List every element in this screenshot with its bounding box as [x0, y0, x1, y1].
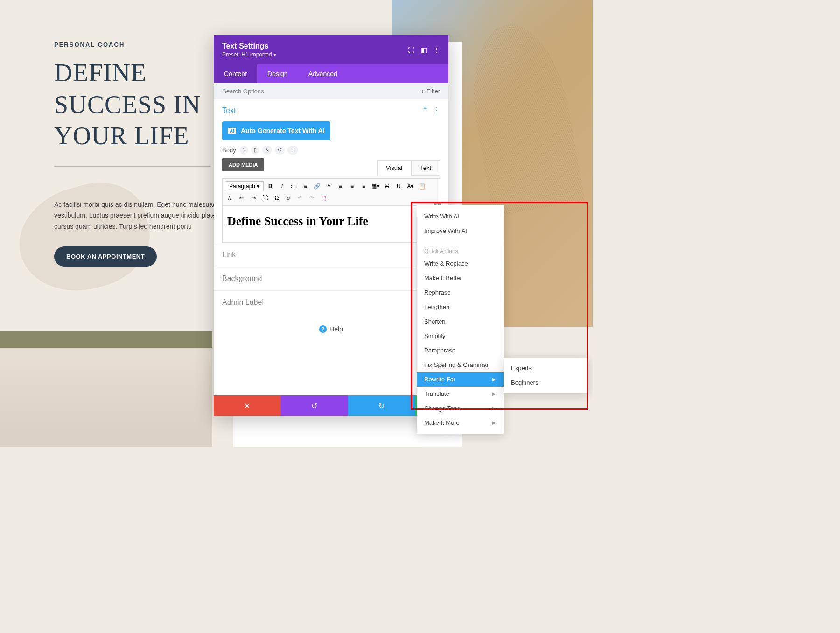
ai-fix-spelling[interactable]: Fix Spelling & Grammar [417, 358, 504, 372]
help-label: Help [329, 325, 343, 333]
arrow-right-icon: ▶ [492, 391, 496, 396]
ai-lengthen[interactable]: Lengthen [417, 300, 504, 314]
ai-make-better[interactable]: Make It Better [417, 271, 504, 285]
editor-content[interactable]: AI Define Success in Your Life [222, 206, 440, 243]
text-settings-modal: Text Settings Preset: H1 imported ▾ ⛶ ◧ … [214, 35, 448, 416]
arrow-right-icon: ▶ [492, 420, 496, 425]
italic-icon[interactable]: I [277, 181, 287, 191]
underline-icon[interactable]: U [393, 181, 404, 191]
add-media-button[interactable]: ADD MEDIA [222, 158, 264, 171]
search-input[interactable]: Search Options [222, 88, 264, 95]
outdent-icon[interactable]: ⇤ [237, 193, 247, 203]
submenu-beginners[interactable]: Beginners [504, 375, 588, 390]
ai-badge-icon: AI [228, 128, 236, 134]
strike-icon[interactable]: S [382, 181, 392, 191]
tab-design[interactable]: Design [257, 64, 298, 83]
ai-rephrase[interactable]: Rephrase [417, 285, 504, 300]
book-appointment-button[interactable]: BOOK AN APPOINTMENT [54, 246, 157, 267]
ulist-icon[interactable]: ≔ [288, 181, 299, 191]
quick-actions-header: Quick Actions [417, 244, 504, 256]
cancel-button[interactable]: ✕ [214, 395, 281, 416]
reset-icon[interactable]: ↺ [275, 146, 285, 155]
mobile-icon[interactable]: ▯ [251, 146, 259, 155]
quote-icon[interactable]: ❝ [323, 181, 334, 191]
hover-icon[interactable]: ↖ [262, 146, 272, 155]
help-row[interactable]: ? Help [214, 314, 448, 344]
modal-tabs: Content Design Advanced [214, 64, 448, 83]
ai-rewrite-for[interactable]: Rewrite For▶ [417, 372, 504, 387]
clearformat-icon[interactable]: Iₓ [225, 193, 235, 203]
submenu-experts[interactable]: Experts [504, 361, 588, 375]
ai-write-with-ai[interactable]: Write With AI [417, 209, 504, 224]
hero-title: DEFINE SUCCESS IN YOUR LIFE [54, 57, 241, 152]
link-icon[interactable]: 🔗 [312, 181, 322, 191]
redo-icon[interactable]: ↷ [307, 193, 317, 203]
arrow-right-icon: ▶ [492, 377, 496, 382]
align-right-icon[interactable]: ≡ [358, 181, 369, 191]
ai-change-tone[interactable]: Change Tone▶ [417, 401, 504, 415]
link-section[interactable]: Link [214, 243, 448, 267]
arrow-right-icon: ▶ [492, 406, 496, 411]
help-circle-icon: ? [319, 325, 327, 333]
auto-generate-label: Auto Generate Text With AI [241, 127, 325, 134]
editor-tab-text[interactable]: Text [411, 160, 440, 176]
expand-icon[interactable]: ⛶ [408, 46, 414, 54]
body-label: Body [222, 147, 236, 154]
snap-icon[interactable]: ◧ [421, 46, 427, 54]
help-icon[interactable]: ? [240, 146, 248, 155]
section-label: Text [222, 106, 236, 115]
ai-write-replace[interactable]: Write & Replace [417, 256, 504, 271]
undo-icon[interactable]: ↶ [295, 193, 305, 203]
indent-icon[interactable]: ⇥ [248, 193, 259, 203]
ai-menu: Write With AI Improve With AI Quick Acti… [417, 205, 504, 434]
modal-preset[interactable]: Preset: H1 imported ▾ [222, 51, 276, 58]
search-bar: Search Options +Filter [214, 83, 448, 99]
collapse-icon[interactable]: ⌃ [422, 106, 428, 115]
hero-section: PERSONAL COACH DEFINE SUCCESS IN YOUR LI… [54, 41, 241, 267]
ai-toolbar-icon[interactable]: ⬚ [318, 193, 329, 203]
modal-header: Text Settings Preset: H1 imported ▾ ⛶ ◧ … [214, 35, 448, 64]
menu-divider [417, 241, 504, 241]
ai-improve-with-ai[interactable]: Improve With AI [417, 224, 504, 238]
ai-paraphrase[interactable]: Paraphrase [417, 343, 504, 358]
bold-icon[interactable]: B [265, 181, 275, 191]
admin-label-section[interactable]: Admin Label [214, 290, 448, 314]
section-more-icon[interactable]: ⋮ [433, 106, 440, 115]
tab-content[interactable]: Content [214, 64, 257, 83]
editor-toolbar: Paragraph ▾ B I ≔ ≡ 🔗 ❝ ≡ ≡ ≡ ▦▾ S U A▾ … [222, 178, 440, 206]
paragraph-select[interactable]: Paragraph ▾ [225, 181, 264, 191]
editor-heading[interactable]: Define Success in Your Life [227, 214, 435, 228]
editor-tab-visual[interactable]: Visual [377, 160, 411, 176]
tab-advanced[interactable]: Advanced [298, 64, 348, 83]
ai-simplify[interactable]: Simplify [417, 329, 504, 343]
blurred-image [0, 348, 212, 447]
body-row: Body ? ▯ ↖ ↺ ⋮ [214, 146, 448, 158]
olive-band [0, 331, 212, 348]
text-section-header[interactable]: Text ⌃ ⋮ [214, 99, 448, 121]
body-more-icon[interactable]: ⋮ [287, 146, 298, 155]
emoji-icon[interactable]: ☺ [283, 193, 294, 203]
special-char-icon[interactable]: Ω [272, 193, 282, 203]
textcolor-icon[interactable]: A▾ [405, 181, 415, 191]
modal-footer: ✕ ↺ ↻ [214, 395, 448, 416]
olist-icon[interactable]: ≡ [300, 181, 310, 191]
ai-translate[interactable]: Translate▶ [417, 387, 504, 401]
ai-shorten[interactable]: Shorten [417, 314, 504, 329]
filter-button[interactable]: +Filter [421, 88, 440, 95]
auto-generate-button[interactable]: AI Auto Generate Text With AI [222, 121, 330, 140]
align-center-icon[interactable]: ≡ [347, 181, 357, 191]
hero-description: Ac facilisi morbi quis ac dis nullam. Eg… [54, 199, 236, 232]
ai-make-it-more[interactable]: Make It More▶ [417, 415, 504, 430]
eyebrow-text: PERSONAL COACH [54, 41, 241, 48]
rewrite-for-submenu: Experts Beginners [504, 358, 588, 393]
divider [54, 166, 210, 167]
paste-icon[interactable]: 📋 [417, 181, 427, 191]
align-left-icon[interactable]: ≡ [335, 181, 345, 191]
table-icon[interactable]: ▦▾ [370, 181, 380, 191]
more-icon[interactable]: ⋮ [434, 46, 440, 54]
undo-button[interactable]: ↺ [281, 395, 348, 416]
background-section[interactable]: Background [214, 267, 448, 290]
fullscreen-icon[interactable]: ⛶ [260, 193, 270, 203]
modal-title: Text Settings [222, 42, 276, 50]
redo-button[interactable]: ↻ [348, 395, 415, 416]
